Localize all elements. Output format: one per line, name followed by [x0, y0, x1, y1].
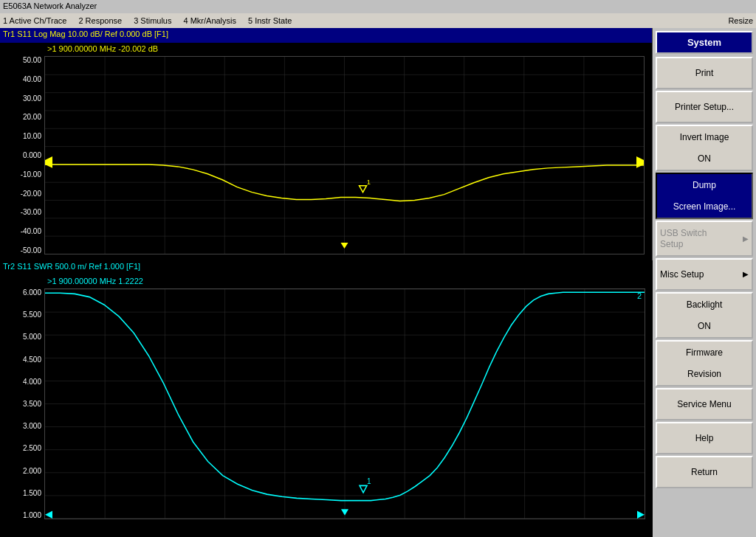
- svg-marker-19: [45, 156, 52, 168]
- top-chart: Tr1 S11 Log Mag 10.00 dB/ Ref 0.000 dB […: [0, 28, 653, 260]
- bottom-chart-y-labels: 6.000 5.500 5.000 4.500 4.000 3.500 3.00…: [0, 288, 44, 519]
- printer-setup-button[interactable]: Printer Setup...: [656, 91, 753, 123]
- top-chart-marker: >1 900.00000 MHz -20.002 dB: [0, 43, 652, 56]
- top-chart-y-labels: 50.00 40.00 30.00 20.00 10.00 0.000 -10.…: [0, 56, 44, 254]
- menu-response[interactable]: 2 Response: [78, 16, 122, 25]
- x-axis-area: [44, 519, 645, 537]
- svg-marker-49: [341, 509, 348, 515]
- svg-marker-23: [340, 243, 348, 249]
- invert-image-button[interactable]: Invert Image ON: [656, 125, 753, 171]
- svg-marker-21: [360, 186, 367, 193]
- svg-marker-47: [45, 510, 52, 519]
- usb-switch-setup-button[interactable]: USB SwitchSetup ▶: [656, 221, 753, 257]
- dump-screen-image-button[interactable]: Dump Screen Image...: [656, 173, 753, 219]
- return-button[interactable]: Return: [656, 456, 753, 488]
- sidebar: System Print Printer Setup... Invert Ima…: [653, 28, 756, 537]
- menu-mkr-analysis[interactable]: 4 Mkr/Analysis: [183, 16, 236, 25]
- menu-active-ch-trace[interactable]: 1 Active Ch/Trace: [3, 16, 66, 25]
- usb-arrow-icon: ▶: [743, 235, 749, 243]
- help-button[interactable]: Help: [656, 422, 753, 454]
- top-chart-header: Tr1 S11 Log Mag 10.00 dB/ Ref 0.000 dB […: [0, 28, 652, 43]
- top-chart-title: Tr1 S11 Log Mag 10.00 dB/ Ref 0.000 dB […: [3, 30, 168, 38]
- bottom-chart-plot: 2 1: [44, 288, 645, 519]
- svg-marker-20: [636, 156, 644, 168]
- service-menu-button[interactable]: Service Menu: [656, 388, 753, 420]
- main-layout: Tr1 S11 Log Mag 10.00 dB/ Ref 0.000 dB […: [0, 28, 756, 537]
- resize-button[interactable]: Resize: [728, 16, 753, 25]
- svg-marker-48: [637, 510, 645, 519]
- title-bar: E5063A Network Analyzer: [0, 0, 756, 13]
- print-button[interactable]: Print: [656, 57, 753, 89]
- misc-arrow-icon: ▶: [743, 270, 749, 279]
- bottom-chart-marker: >1 900.00000 MHz 1.2222: [0, 275, 653, 288]
- svg-text:1: 1: [367, 477, 371, 485]
- sidebar-title: System: [656, 31, 753, 54]
- chart-area: Tr1 S11 Log Mag 10.00 dB/ Ref 0.000 dB […: [0, 28, 653, 537]
- top-chart-svg: 1: [45, 57, 644, 254]
- menu-instr-state[interactable]: 5 Instr State: [248, 16, 292, 25]
- backlight-button[interactable]: Backlight ON: [656, 292, 753, 339]
- menu-stimulus[interactable]: 3 Stimulus: [134, 16, 171, 25]
- bottom-chart: Tr2 S11 SWR 500.0 m/ Ref 1.000 [F1] >1 9…: [0, 260, 653, 537]
- svg-marker-45: [360, 485, 367, 493]
- bottom-chart-header: Tr2 S11 SWR 500.0 m/ Ref 1.000 [F1]: [0, 260, 653, 275]
- app-title: E5063A Network Analyzer: [3, 1, 97, 10]
- misc-setup-button[interactable]: Misc Setup ▶: [656, 258, 753, 291]
- svg-text:1: 1: [367, 178, 371, 186]
- menu-bar: 1 Active Ch/Trace 2 Response 3 Stimulus …: [0, 13, 756, 28]
- bottom-chart-svg: 2 1: [45, 289, 645, 519]
- firmware-revision-button[interactable]: Firmware Revision: [656, 340, 753, 387]
- top-chart-plot: 1: [44, 56, 645, 254]
